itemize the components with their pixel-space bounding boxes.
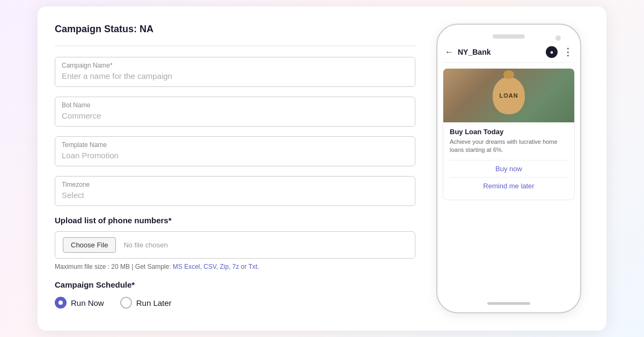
file-link-7z[interactable]: 7z: [232, 263, 239, 270]
template-name-input[interactable]: [62, 151, 408, 160]
loan-bag-text: LOAN: [499, 92, 518, 99]
phone-speaker: [493, 34, 525, 39]
more-options-icon[interactable]: ⋮: [563, 46, 573, 58]
schedule-title: Campaign Schedule*: [55, 280, 415, 289]
template-name-label: Template Name: [62, 141, 408, 149]
file-link-csv[interactable]: CSV: [203, 263, 216, 270]
no-file-text: No file chosen: [123, 241, 167, 249]
run-now-option[interactable]: Run Now: [55, 297, 104, 309]
template-name-group: Template Name: [55, 136, 415, 166]
loan-image: LOAN: [443, 69, 574, 122]
phone-home-bar: [487, 302, 530, 305]
run-now-radio[interactable]: [55, 297, 67, 309]
choose-file-button[interactable]: Choose File: [63, 237, 116, 253]
file-info: Maximum file size : 20 MB | Get Sample: …: [55, 263, 415, 270]
bot-name-label: Bot Name: [62, 101, 408, 109]
buy-now-button[interactable]: Buy now: [450, 160, 568, 177]
loan-card-desc: Achieve your dreams with lucrative home …: [450, 138, 568, 155]
run-now-label: Run Now: [71, 298, 104, 307]
bot-name-input[interactable]: [62, 111, 408, 120]
phone-camera: [555, 35, 561, 41]
loan-card-title: Buy Loan Today: [450, 128, 568, 136]
loan-bag: LOAN: [493, 77, 525, 114]
upload-title: Upload list of phone numbers*: [55, 216, 415, 225]
timezone-group: Timezone: [55, 176, 415, 206]
file-link-zip[interactable]: Zip: [219, 263, 229, 270]
campaign-name-group: Campaign Name*: [55, 57, 415, 87]
phone-mockup: ← NY_Bank ● ⋮ LOAN: [436, 24, 581, 313]
phone-screen: ← NY_Bank ● ⋮ LOAN: [437, 42, 580, 296]
timezone-label: Timezone: [62, 181, 408, 188]
campaign-name-input[interactable]: [62, 71, 408, 80]
chat-header: ← NY_Bank ● ⋮: [443, 42, 575, 63]
remind-later-button[interactable]: Remind me later: [450, 177, 568, 194]
bot-name-group: Bot Name: [55, 97, 415, 127]
main-container: Campaign Status: NA Campaign Name* Bot N…: [38, 6, 606, 331]
chat-bank-name: NY_Bank: [458, 48, 491, 56]
back-arrow-icon[interactable]: ←: [445, 47, 453, 57]
chat-header-right: ● ⋮: [546, 46, 573, 58]
file-info-prefix: Maximum file size : 20 MB | Get Sample:: [55, 263, 173, 270]
loan-card: LOAN Buy Loan Today Achieve your dreams …: [443, 68, 575, 200]
radio-group: Run Now Run Later: [55, 297, 415, 309]
run-later-option[interactable]: Run Later: [120, 297, 172, 309]
file-link-txt[interactable]: Txt: [248, 263, 258, 270]
timezone-input[interactable]: [62, 191, 408, 200]
chat-header-left: ← NY_Bank: [445, 47, 491, 57]
left-panel: Campaign Status: NA Campaign Name* Bot N…: [55, 24, 415, 313]
file-upload-box: Choose File No file chosen: [55, 231, 415, 259]
shield-icon: ●: [546, 46, 558, 58]
divider: [55, 46, 415, 46]
campaign-name-label: Campaign Name*: [62, 62, 408, 69]
right-panel: ← NY_Bank ● ⋮ LOAN: [428, 24, 589, 313]
campaign-status: Campaign Status: NA: [55, 24, 415, 35]
run-later-label: Run Later: [136, 298, 172, 307]
loan-card-body: Buy Loan Today Achieve your dreams with …: [443, 122, 574, 200]
file-link-msexcel[interactable]: MS Excel: [173, 263, 200, 270]
run-later-radio[interactable]: [120, 297, 132, 309]
